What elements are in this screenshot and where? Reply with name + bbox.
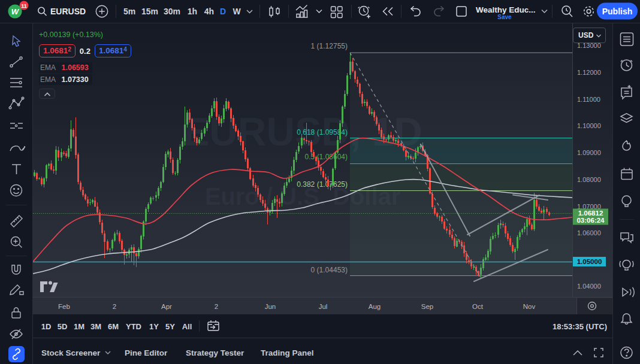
svg-text:Pine Editor: Pine Editor — [125, 348, 168, 357]
svg-text:1.05000: 1.05000 — [577, 258, 602, 265]
svg-text:Feb: Feb — [58, 303, 70, 310]
svg-text:5D: 5D — [58, 322, 68, 331]
svg-text:1.10000: 1.10000 — [577, 122, 601, 129]
svg-text:03:06:24: 03:06:24 — [576, 217, 605, 224]
svg-text:11: 11 — [21, 3, 27, 9]
svg-text:Strategy Tester: Strategy Tester — [186, 348, 244, 357]
svg-text:Oct: Oct — [472, 303, 484, 310]
svg-text:5Y: 5Y — [165, 322, 175, 331]
svg-text:30m: 30m — [164, 7, 180, 16]
svg-text:18:53:35 (UTC): 18:53:35 (UTC) — [553, 322, 607, 331]
svg-text:1.09000: 1.09000 — [577, 149, 601, 156]
svg-text:3M: 3M — [90, 322, 101, 331]
svg-text:1.11000: 1.11000 — [577, 96, 600, 103]
svg-text:Nov: Nov — [523, 303, 536, 310]
svg-text:15m: 15m — [141, 7, 158, 16]
svg-text:2: 2 — [113, 303, 116, 310]
svg-text:All: All — [182, 322, 192, 331]
svg-text:1.06000: 1.06000 — [577, 229, 601, 236]
svg-text:0.382 (1.07625): 0.382 (1.07625) — [297, 180, 348, 189]
svg-text:Stock Screener: Stock Screener — [41, 348, 101, 357]
svg-text:YTD: YTD — [126, 322, 141, 331]
svg-text:Sep: Sep — [421, 303, 433, 310]
svg-text:EURUSD: EURUSD — [50, 7, 86, 16]
svg-text:Aug: Aug — [369, 303, 381, 310]
svg-text:1M: 1M — [74, 322, 84, 331]
svg-text:Jul: Jul — [319, 303, 328, 310]
svg-text:1Y: 1Y — [149, 322, 159, 331]
svg-text:1.04000: 1.04000 — [577, 283, 601, 290]
svg-text:1 (1.12755): 1 (1.12755) — [311, 42, 348, 50]
svg-text:1h: 1h — [188, 7, 197, 16]
svg-text:Wealthy Educ...: Wealthy Educ... — [476, 5, 536, 14]
svg-text:1.08000: 1.08000 — [577, 176, 601, 183]
svg-text:6M: 6M — [108, 322, 119, 331]
svg-text:1.12000: 1.12000 — [577, 69, 601, 76]
svg-text:Trading Panel: Trading Panel — [261, 348, 314, 357]
svg-text:1.06812: 1.06812 — [578, 210, 603, 217]
svg-text:1D: 1D — [41, 322, 52, 331]
svg-text:Publish: Publish — [602, 7, 633, 16]
svg-text:Save: Save — [497, 14, 512, 20]
svg-text:Jun: Jun — [265, 303, 276, 310]
svg-text:W: W — [233, 7, 241, 16]
svg-text:Apr: Apr — [161, 303, 172, 310]
svg-text:W: W — [11, 7, 20, 16]
svg-text:D: D — [220, 7, 226, 16]
svg-text:0 (1.04453): 0 (1.04453) — [311, 266, 348, 274]
svg-text:5m: 5m — [123, 7, 135, 16]
svg-text:4h: 4h — [204, 7, 214, 16]
svg-text:2: 2 — [215, 303, 218, 310]
